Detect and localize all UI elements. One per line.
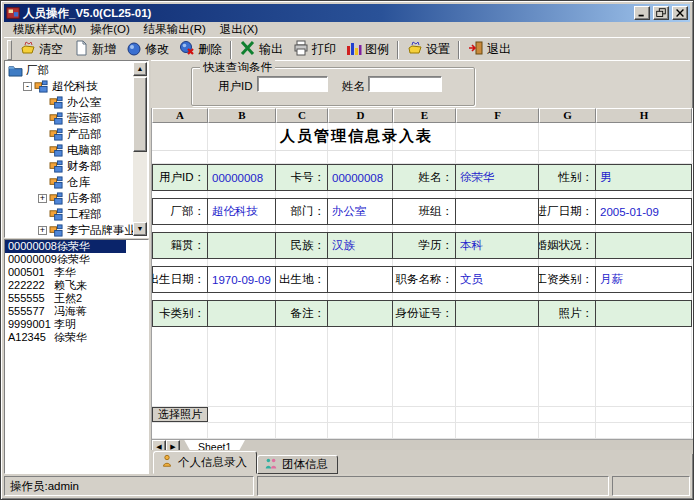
field-value-cell[interactable]: 00000008 xyxy=(207,164,276,191)
grid-cell xyxy=(596,327,692,406)
field-value-cell[interactable] xyxy=(595,300,692,327)
tab-personal-info[interactable]: 个人信息录入 xyxy=(153,451,257,474)
field-label-cell[interactable]: 民族： xyxy=(275,232,328,259)
field-value-cell[interactable]: 徐荣华 xyxy=(455,164,539,191)
field-label-cell[interactable]: 职务名称： xyxy=(392,266,456,293)
toolbar-button-settings[interactable]: 设置 xyxy=(402,38,455,61)
field-value-cell[interactable] xyxy=(327,300,393,327)
field-label-cell[interactable]: 身份证号： xyxy=(392,300,456,327)
employee-list-item[interactable]: 555555王然2 xyxy=(5,292,126,305)
tree-item[interactable]: 工程部 xyxy=(6,206,133,222)
employee-list-item[interactable]: 555577冯海蒋 xyxy=(5,305,126,318)
field-value-cell[interactable] xyxy=(207,300,276,327)
field-value-cell[interactable] xyxy=(207,232,276,259)
field-label-cell[interactable]: 工资类别： xyxy=(538,266,596,293)
toolbar-button-new[interactable]: 新增 xyxy=(68,38,121,61)
tree-item[interactable]: 电脑部 xyxy=(6,142,133,158)
column-header-F[interactable]: F xyxy=(456,108,539,123)
column-header-C[interactable]: C xyxy=(276,108,328,123)
column-header-A[interactable]: A xyxy=(152,108,208,123)
menu-item-3[interactable]: 结果输出(R) xyxy=(137,21,213,38)
restore-button[interactable] xyxy=(653,6,669,20)
user-id-input[interactable] xyxy=(257,76,328,92)
menu-item-4[interactable]: 退出(X) xyxy=(213,21,265,38)
menu-item-2[interactable]: 操作(O) xyxy=(83,21,137,38)
tree-item-label: 产品部 xyxy=(67,127,102,142)
field-label-cell[interactable]: 性别： xyxy=(538,164,596,191)
field-label-cell[interactable]: 婚姻状况： xyxy=(538,232,596,259)
field-value-cell[interactable]: 男 xyxy=(595,164,692,191)
select-photo-button[interactable]: 选择照片 xyxy=(152,407,208,422)
toolbar-button-export[interactable]: 输出 xyxy=(235,38,288,61)
field-value-cell[interactable]: 办公室 xyxy=(327,198,393,225)
column-header-D[interactable]: D xyxy=(328,108,393,123)
employee-list-item[interactable]: 222222赖飞来 xyxy=(5,279,126,292)
tree-item[interactable]: 办公室 xyxy=(6,94,133,110)
field-value-cell[interactable] xyxy=(455,300,539,327)
sheet-column-headers: ABCDEFGH xyxy=(152,108,693,123)
scroll-up-button[interactable]: ▲ xyxy=(133,62,147,76)
field-value-cell[interactable]: 00000008 xyxy=(327,164,393,191)
field-label-cell[interactable]: 学历： xyxy=(392,232,456,259)
name-input[interactable] xyxy=(368,76,442,92)
field-label-cell[interactable]: 备注： xyxy=(275,300,328,327)
field-label-cell[interactable]: 用户ID： xyxy=(152,164,208,191)
menu-bar: 模版样式(M)操作(O)结果输出(R)退出(X) xyxy=(4,22,690,37)
column-header-B[interactable]: B xyxy=(208,108,276,123)
tree-item[interactable]: +店务部 xyxy=(6,190,133,206)
tree-item[interactable]: 财务部 xyxy=(6,158,133,174)
field-value-cell[interactable]: 文员 xyxy=(455,266,539,293)
column-header-G[interactable]: G xyxy=(539,108,596,123)
field-value-cell[interactable] xyxy=(595,232,692,259)
toolbar-button-clear[interactable]: 清空 xyxy=(15,38,68,61)
menu-item-1[interactable]: 模版样式(M) xyxy=(6,21,83,38)
field-value-cell[interactable]: 超伦科技 xyxy=(207,198,276,225)
tree-item[interactable]: 厂部 xyxy=(6,62,133,78)
field-label-cell[interactable]: 卡号： xyxy=(275,164,328,191)
toolbar-button-exit[interactable]: 退出 xyxy=(463,38,516,61)
field-label-cell[interactable]: 姓名： xyxy=(392,164,456,191)
grid-cell xyxy=(539,151,596,163)
employee-list-item[interactable]: 000501李华 xyxy=(5,266,126,279)
field-value-cell[interactable] xyxy=(455,198,539,225)
tree-item[interactable]: 仓库 xyxy=(6,174,133,190)
tree-item[interactable]: 营运部 xyxy=(6,110,133,126)
minimize-button[interactable] xyxy=(634,6,650,20)
field-label-cell[interactable]: 厂部： xyxy=(152,198,208,225)
column-header-E[interactable]: E xyxy=(393,108,456,123)
toolbar-button-delete[interactable]: 删除 xyxy=(174,38,227,61)
tree-item[interactable]: -超伦科技 xyxy=(6,78,133,94)
tree-scrollbar[interactable]: ▲ ▼ xyxy=(133,62,147,236)
field-label-cell[interactable]: 出生地： xyxy=(275,266,328,293)
field-value-cell[interactable]: 本科 xyxy=(455,232,539,259)
toolbar-button-legend[interactable]: 图例 xyxy=(341,38,394,61)
tree-item[interactable]: +李宁品牌事业部 xyxy=(6,222,133,238)
toolbar-button-print[interactable]: 打印 xyxy=(288,38,341,61)
field-label-cell[interactable]: 进厂日期： xyxy=(538,198,596,225)
tree-item[interactable]: 产品部 xyxy=(6,126,133,142)
field-value-cell[interactable] xyxy=(327,266,393,293)
field-label-cell[interactable]: 部门： xyxy=(275,198,328,225)
employee-list-item[interactable]: 00000009徐荣华 xyxy=(5,253,126,266)
toolbar-button-modify[interactable]: 修改 xyxy=(121,38,174,61)
close-button[interactable] xyxy=(672,6,688,20)
scroll-thumb[interactable] xyxy=(133,77,147,152)
field-label-cell[interactable]: 卡类别： xyxy=(152,300,208,327)
field-value-cell[interactable]: 月薪 xyxy=(595,266,692,293)
field-label-cell[interactable]: 班组： xyxy=(392,198,456,225)
scroll-down-button[interactable]: ▼ xyxy=(133,222,147,236)
expand-plus-icon[interactable]: + xyxy=(38,226,47,235)
employee-list-item[interactable]: 9999001李明 xyxy=(5,318,126,331)
employee-list-item[interactable]: 00000008徐荣华 xyxy=(5,240,126,253)
column-header-H[interactable]: H xyxy=(596,108,692,123)
field-value-cell[interactable]: 2005-01-09 xyxy=(595,198,692,225)
employee-list-item[interactable]: A12345徐荣华 xyxy=(5,331,126,344)
field-value-cell[interactable]: 汉族 xyxy=(327,232,393,259)
field-label-cell[interactable]: 出生日期： xyxy=(152,266,208,293)
collapse-minus-icon[interactable]: - xyxy=(23,82,32,91)
expand-plus-icon[interactable]: + xyxy=(38,194,47,203)
field-label-cell[interactable]: 照片： xyxy=(538,300,596,327)
field-label-cell[interactable]: 籍贯： xyxy=(152,232,208,259)
field-value-cell[interactable]: 1970-09-09 xyxy=(207,266,276,293)
tab-group-info[interactable]: 团体信息 xyxy=(257,455,338,474)
